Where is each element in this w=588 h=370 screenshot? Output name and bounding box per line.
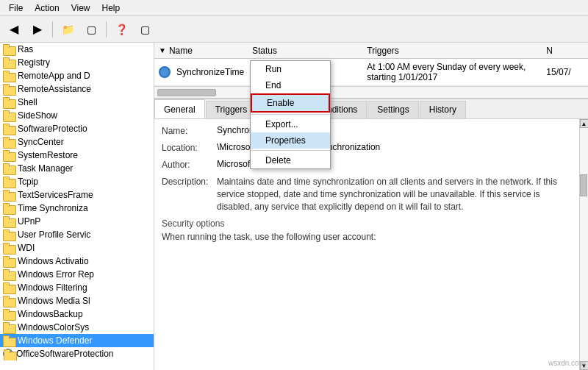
table-row[interactable]: SynchronizeTime At 1:00 AM every Sunday …	[154, 59, 588, 86]
folder-icon	[3, 230, 15, 240]
folder-icon	[3, 203, 15, 213]
detail-panel: General Triggers Actions Conditions Sett…	[154, 99, 588, 370]
field-name: Name: SynchronizeTime	[162, 125, 572, 136]
context-menu-separator-2	[251, 150, 330, 151]
folder-icon	[3, 190, 15, 200]
detail-vscrollbar[interactable]: ▲ ▼	[579, 119, 588, 370]
col-header-status[interactable]: Status	[249, 44, 364, 57]
folder-icon	[3, 269, 15, 280]
sidebar-item-officesoftware[interactable]: OfficeSoftwareProtection	[0, 347, 154, 360]
help-button[interactable]: ❓	[110, 19, 132, 40]
sidebar-item-softwareprotection[interactable]: SoftwareProtectio	[0, 122, 154, 135]
sidebar-item-shell[interactable]: Shell	[0, 96, 154, 109]
menu-action[interactable]: Action	[29, 1, 65, 15]
tab-general[interactable]: General	[154, 99, 205, 118]
task-list-area: ▼ Name Status Triggers N SynchronizeTime	[154, 43, 588, 99]
sidebar-item-upnp[interactable]: UPnP	[0, 215, 154, 228]
sidebar-item-windowsfiltering[interactable]: Windows Filtering	[0, 281, 154, 294]
task-n-cell: 15/07/	[543, 65, 587, 79]
context-menu-end[interactable]: End	[251, 77, 330, 93]
folder-icon	[3, 84, 15, 94]
task-status-icon	[159, 66, 171, 78]
sidebar: Ras Registry RemoteApp and D RemoteAssis…	[0, 43, 154, 370]
properties-button[interactable]: ▢	[80, 19, 102, 40]
sidebar-item-remoteapp[interactable]: RemoteApp and D	[0, 69, 154, 82]
folder-icon	[3, 216, 15, 227]
folder-icon	[3, 349, 13, 359]
tab-history[interactable]: History	[420, 101, 466, 118]
location-label: Location:	[162, 142, 217, 153]
menu-view[interactable]: View	[65, 1, 96, 15]
context-menu-export[interactable]: Export...	[251, 116, 330, 132]
context-menu: Run End Enable Export... Properties Dele…	[250, 60, 331, 169]
col-header-name[interactable]: ▼ Name	[156, 44, 249, 57]
sidebar-item-userprofile[interactable]: User Profile Servic	[0, 228, 154, 241]
tab-triggers[interactable]: Triggers	[206, 101, 257, 118]
extra-button[interactable]: ▢	[134, 19, 156, 40]
sidebar-item-windowsbackup[interactable]: WindowsBackup	[0, 307, 154, 321]
context-menu-enable[interactable]: Enable	[251, 93, 330, 113]
back-button[interactable]: ◀	[3, 19, 25, 40]
sidebar-item-tcpip[interactable]: Tcpip	[0, 175, 154, 188]
description-value: Maintains date and time synchronization …	[217, 176, 572, 213]
col-header-n[interactable]: N	[543, 44, 587, 57]
vscroll-up-button[interactable]: ▲	[580, 119, 589, 128]
vscroll-track	[580, 128, 589, 361]
context-menu-delete[interactable]: Delete	[251, 152, 330, 168]
sort-arrow-icon: ▼	[159, 46, 166, 54]
sidebar-item-ras[interactable]: Ras	[0, 43, 154, 56]
hscroll-thumb[interactable]	[157, 89, 216, 96]
sidebar-item-synccenter[interactable]: SyncCenter	[0, 135, 154, 149]
menubar: File Action View Help	[0, 0, 588, 16]
menu-file[interactable]: File	[3, 1, 29, 15]
field-location: Location: \Microsoft\Windows\Time Synchr…	[162, 142, 572, 153]
col-header-triggers[interactable]: Triggers	[364, 44, 543, 57]
sidebar-item-registry[interactable]: Registry	[0, 56, 154, 69]
sidebar-item-systemrestore[interactable]: SystemRestore	[0, 149, 154, 162]
folder-icon	[3, 335, 15, 346]
sidebar-item-taskmanager[interactable]: Task Manager	[0, 162, 154, 175]
menu-help[interactable]: Help	[96, 1, 126, 15]
security-sub-label: When running the task, use the following…	[162, 232, 572, 242]
context-menu-separator	[251, 114, 330, 115]
folder-icon	[3, 44, 15, 54]
sidebar-item-windowsactivation[interactable]: Windows Activatio	[0, 255, 154, 268]
sidebar-item-windowserror[interactable]: Windows Error Rep	[0, 268, 154, 281]
folder-button[interactable]: 📁	[57, 19, 79, 40]
folder-icon	[3, 243, 15, 253]
folder-icon	[3, 309, 15, 319]
vscroll-thumb[interactable]	[580, 174, 587, 196]
sidebar-item-remoteassistance[interactable]: RemoteAssistance	[0, 82, 154, 96]
tab-settings[interactable]: Settings	[368, 101, 418, 118]
toolbar-separator-2	[106, 21, 107, 38]
sidebar-item-textservices[interactable]: TextServicesFrame	[0, 188, 154, 202]
watermark: wsxdn.com	[548, 359, 585, 367]
sidebar-item-windowscolor[interactable]: WindowsColorSys	[0, 321, 154, 334]
context-menu-run[interactable]: Run	[251, 61, 330, 77]
toolbar-separator-1	[52, 21, 53, 38]
folder-icon	[3, 137, 15, 147]
right-panel: ▼ Name Status Triggers N SynchronizeTime	[154, 43, 588, 370]
sidebar-item-timesync[interactable]: Time Synchroniza	[0, 202, 154, 215]
task-name-cell: SynchronizeTime	[156, 65, 249, 79]
folder-icon	[3, 110, 15, 121]
sidebar-item-wdi[interactable]: WDI	[0, 241, 154, 255]
folder-icon	[3, 124, 15, 134]
context-menu-properties[interactable]: Properties	[251, 132, 330, 149]
sidebar-item-sideshow[interactable]: SideShow	[0, 109, 154, 122]
description-label: Description:	[162, 176, 217, 187]
field-author: Author: Microsoft Corporation	[162, 159, 572, 170]
tab-bar: General Triggers Actions Conditions Sett…	[154, 99, 588, 119]
folder-icon	[3, 71, 15, 81]
sidebar-item-windowsdefender[interactable]: Windows Defender	[0, 334, 154, 347]
folder-icon	[3, 163, 15, 174]
folder-icon	[3, 282, 15, 293]
task-list-hscrollbar[interactable]	[154, 86, 588, 98]
toolbar: ◀ ▶ 📁 ▢ ❓ ▢	[0, 16, 588, 43]
tab-content-general: Name: SynchronizeTime Location: \Microso…	[154, 119, 579, 370]
task-list-header: ▼ Name Status Triggers N	[154, 43, 588, 59]
forward-button[interactable]: ▶	[26, 19, 49, 40]
author-label: Author:	[162, 159, 217, 170]
field-description: Description: Maintains date and time syn…	[162, 176, 572, 213]
sidebar-item-windowsmedia[interactable]: Windows Media Sl	[0, 294, 154, 307]
